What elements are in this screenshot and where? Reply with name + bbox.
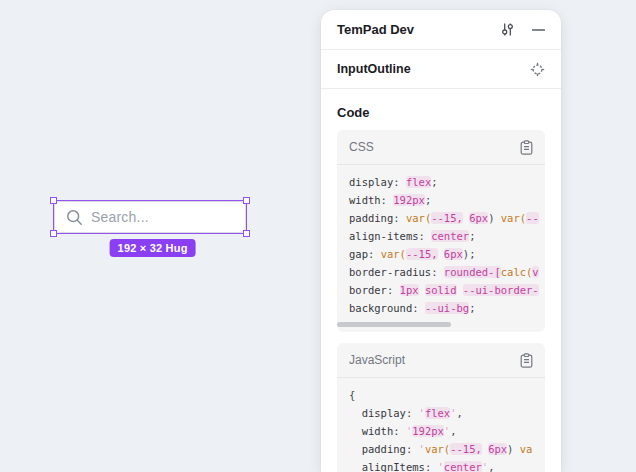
selected-search-component[interactable]: Search... 192 × 32 Hug [54,201,246,233]
copy-css-button[interactable] [520,140,533,155]
selection-handle-ne[interactable] [243,197,250,204]
javascript-block-label: JavaScript [349,353,405,367]
css-horizontal-scrollbar[interactable] [337,321,545,332]
code-section-title: Code [321,89,561,130]
css-code-block: CSS display: flex;width: 192px;padding: … [337,130,545,332]
search-input-frame[interactable]: Search... [54,201,246,233]
settings-sliders-button[interactable] [500,22,515,37]
panel-title: TemPad Dev [337,22,500,37]
figma-canvas: Search... 192 × 32 Hug TemPad Dev [0,0,636,472]
css-block-label: CSS [349,140,374,154]
selection-handle-nw[interactable] [50,197,57,204]
selection-handle-sw[interactable] [50,230,57,237]
locate-node-button[interactable] [530,62,545,77]
tempad-dev-panel: TemPad Dev InputOutline [321,10,561,472]
crosshair-icon [530,62,545,77]
minus-icon [532,28,545,32]
css-code[interactable]: display: flex;width: 192px;padding: var(… [337,165,545,321]
copy-javascript-button[interactable] [520,353,533,368]
clipboard-icon [520,353,533,368]
css-block-header: CSS [337,130,545,165]
javascript-code[interactable]: { display: 'flex', width: '192px', paddi… [337,378,545,472]
clipboard-icon [520,140,533,155]
search-icon [66,209,83,226]
selection-handle-se[interactable] [243,230,250,237]
panel-header: TemPad Dev [321,10,561,50]
selected-node-row: InputOutline [321,50,561,89]
search-placeholder: Search... [91,209,149,225]
javascript-block-header: JavaScript [337,343,545,378]
selected-node-name: InputOutline [337,62,530,76]
sliders-icon [500,22,515,37]
minimize-button[interactable] [532,28,545,32]
size-badge: 192 × 32 Hug [110,239,196,257]
javascript-code-block: JavaScript { display: 'flex', width: '19… [337,343,545,472]
scrollbar-thumb[interactable] [337,322,451,327]
